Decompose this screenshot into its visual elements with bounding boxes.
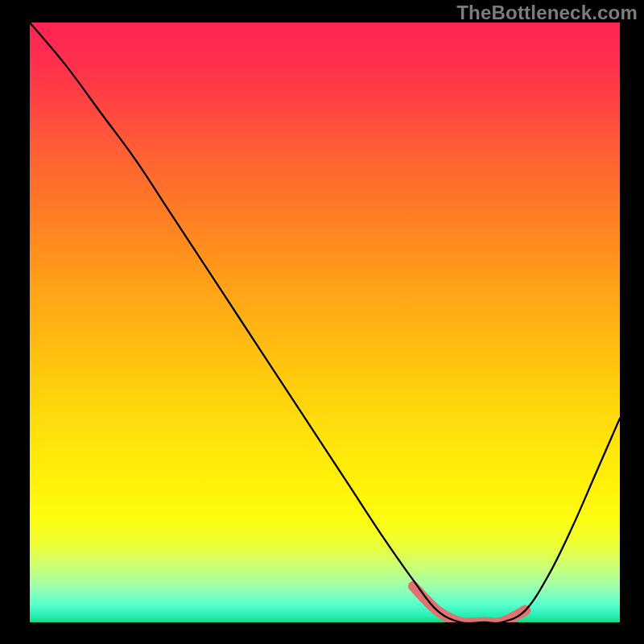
chart-container: TheBottleneck.com <box>0 0 644 644</box>
curve-layer <box>30 23 620 622</box>
watermark-text: TheBottleneck.com <box>456 2 638 24</box>
bottleneck-curve-line <box>30 23 620 622</box>
plot-area <box>30 23 620 622</box>
